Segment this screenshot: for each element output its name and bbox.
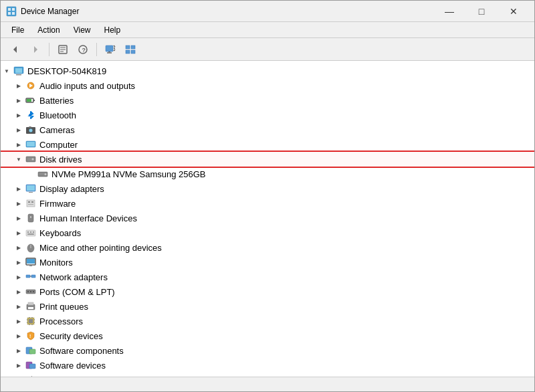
status-bar — [1, 377, 534, 391]
tree-panel[interactable]: ▼DESKTOP-504K819▶Audio inputs and output… — [1, 61, 534, 377]
expand-btn-batteries[interactable]: ▶ — [13, 94, 25, 106]
camera-icon — [25, 124, 37, 136]
expand-btn-mice[interactable]: ▶ — [13, 241, 25, 254]
close-button[interactable]: ✕ — [498, 5, 529, 18]
tree-item-softdev[interactable]: ▶Software devices — [1, 358, 534, 373]
menu-file[interactable]: File — [6, 24, 29, 36]
device-manager-window: Device Manager — □ ✕ File Action View He… — [0, 0, 535, 392]
processor-icon — [25, 315, 37, 327]
svg-rect-63 — [29, 266, 32, 266]
svg-rect-19 — [126, 45, 130, 49]
menu-bar: File Action View Help — [1, 22, 534, 38]
expand-btn-printq[interactable]: ▶ — [13, 300, 25, 312]
maximize-button[interactable]: □ — [466, 5, 497, 18]
scan-button[interactable] — [101, 41, 120, 58]
help-icon: ? — [78, 44, 88, 55]
hid-icon — [25, 212, 37, 224]
expand-btn-root[interactable]: ▼ — [1, 65, 13, 77]
tree-label-ports: Ports (COM & LPT) — [39, 287, 115, 297]
expand-btn-softcomp[interactable]: ▶ — [13, 345, 25, 357]
expand-btn-display[interactable]: ▶ — [13, 183, 25, 195]
expand-btn-keyboards[interactable]: ▶ — [13, 227, 25, 239]
expand-btn-computer[interactable]: ▶ — [13, 138, 25, 151]
svg-text:?: ? — [82, 47, 86, 54]
tree-label-processors: Processors — [39, 316, 83, 326]
svg-rect-61 — [27, 259, 35, 264]
tree-item-bluetooth[interactable]: ▶Bluetooth — [1, 108, 534, 122]
expand-btn-softdev[interactable]: ▶ — [13, 359, 25, 371]
tree-item-audio[interactable]: ▶Audio inputs and outputs — [1, 78, 534, 93]
expand-btn-security[interactable]: ▶ — [13, 330, 25, 342]
svg-marker-6 — [34, 46, 37, 53]
tree-item-firmware[interactable]: ▶Firmware — [1, 196, 534, 211]
expand-btn-cameras[interactable]: ▶ — [13, 124, 25, 136]
title-bar-controls: — □ ✕ — [434, 5, 529, 18]
expand-btn-processors[interactable]: ▶ — [13, 315, 25, 327]
tree-item-security[interactable]: ▶!Security devices — [1, 328, 534, 343]
svg-rect-64 — [26, 275, 30, 278]
monitor-icon — [25, 256, 37, 268]
display-icon — [25, 183, 37, 195]
menu-action[interactable]: Action — [32, 24, 65, 36]
expand-btn-firmware[interactable]: ▶ — [13, 197, 25, 209]
window-title: Device Manager — [21, 7, 79, 16]
computer-icon — [13, 65, 25, 77]
disk2-icon — [37, 168, 49, 180]
svg-rect-49 — [28, 204, 33, 205]
tree-item-softcomp[interactable]: ▶Software components — [1, 343, 534, 358]
svg-rect-14 — [107, 52, 112, 54]
svg-point-52 — [30, 217, 31, 218]
audio-icon — [25, 80, 37, 92]
svg-marker-5 — [13, 46, 17, 53]
tree-item-cameras[interactable]: ▶Cameras — [1, 122, 534, 137]
svg-rect-25 — [15, 68, 22, 73]
expand-btn-diskdrives[interactable]: ▼ — [13, 153, 25, 165]
svg-rect-1 — [8, 8, 11, 11]
minimize-button[interactable]: — — [434, 5, 465, 18]
title-bar: Device Manager — □ ✕ — [1, 1, 534, 22]
expand-btn-network[interactable]: ▶ — [13, 271, 25, 283]
view-button[interactable] — [121, 41, 140, 58]
expand-btn-monitors[interactable]: ▶ — [13, 256, 25, 268]
tree-item-hid[interactable]: ▶Human Interface Devices — [1, 211, 534, 225]
tree-label-cameras: Cameras — [39, 125, 75, 135]
tree-item-mice[interactable]: ▶Mice and other pointing devices — [1, 240, 534, 255]
battery-icon — [25, 94, 37, 106]
tree-label-bluetooth: Bluetooth — [39, 110, 76, 120]
help-button[interactable]: ? — [74, 41, 92, 58]
svg-rect-53 — [26, 230, 35, 236]
svg-rect-69 — [30, 291, 31, 292]
menu-help[interactable]: Help — [99, 24, 126, 36]
tree-label-network: Network adapters — [39, 272, 108, 282]
svg-rect-88 — [29, 364, 35, 369]
tree-item-display[interactable]: ▶Display adapters — [1, 181, 534, 196]
svg-text:!: ! — [29, 334, 31, 338]
menu-view[interactable]: View — [68, 24, 96, 36]
tree-item-computer[interactable]: ▶Computer — [1, 137, 534, 152]
bluetooth-icon — [25, 109, 37, 121]
tree-item-root[interactable]: ▼DESKTOP-504K819 — [1, 64, 534, 78]
tree-item-batteries[interactable]: ▶Batteries — [1, 93, 534, 108]
tree-item-printq[interactable]: ▶Print queues — [1, 299, 534, 314]
expand-btn-bluetooth[interactable]: ▶ — [13, 109, 25, 121]
back-button[interactable] — [6, 41, 25, 58]
tree-item-nvme[interactable]: NVMe PM991a NVMe Samsung 256GB — [1, 167, 534, 181]
properties-button[interactable] — [54, 41, 72, 58]
tree-label-hid: Human Interface Devices — [39, 213, 137, 223]
window-icon — [6, 6, 17, 17]
tree-label-mice: Mice and other pointing devices — [39, 243, 162, 253]
svg-rect-3 — [8, 12, 11, 15]
expand-btn-audio[interactable]: ▶ — [13, 80, 25, 92]
tree-label-computer: Computer — [39, 140, 78, 150]
tree-item-ports[interactable]: ▶Ports (COM & LPT) — [1, 284, 534, 299]
tree-label-printq: Print queues — [39, 302, 88, 312]
tree-item-diskdrives[interactable]: ▼Disk drives — [1, 152, 534, 167]
tree-item-network[interactable]: ▶Network adapters — [1, 270, 534, 284]
tree-item-keyboards[interactable]: ▶Keyboards — [1, 225, 534, 240]
mouse-icon — [25, 241, 37, 254]
tree-item-monitors[interactable]: ▶Monitors — [1, 255, 534, 270]
tree-item-processors[interactable]: ▶Processors — [1, 314, 534, 328]
expand-btn-ports[interactable]: ▶ — [13, 286, 25, 298]
forward-button[interactable] — [26, 41, 45, 58]
expand-btn-hid[interactable]: ▶ — [13, 212, 25, 224]
